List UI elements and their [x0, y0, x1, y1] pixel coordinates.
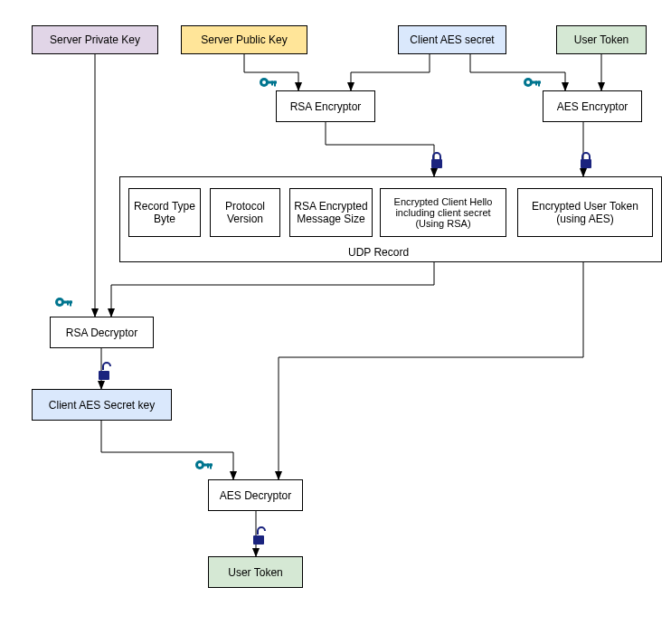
rsa-encrypted-message-size-label: RSA Encrypted Message Size — [294, 200, 368, 225]
encrypted-user-token-box: Encrypted User Token (using AES) — [517, 188, 653, 237]
svg-rect-4 — [271, 81, 273, 86]
svg-rect-19 — [207, 464, 209, 469]
aes-encryptor-box: AES Encryptor — [543, 90, 642, 122]
svg-rect-8 — [538, 81, 540, 87]
encrypted-client-hello-label: Encrypted Client Hello including client … — [384, 196, 502, 229]
svg-rect-22 — [99, 371, 109, 380]
key-icon — [523, 74, 543, 90]
svg-point-6 — [526, 80, 530, 84]
svg-rect-9 — [535, 81, 537, 86]
client-aes-secret-key-box: Client AES Secret key — [32, 389, 172, 421]
svg-point-10 — [55, 298, 64, 307]
svg-rect-23 — [253, 535, 264, 545]
client-aes-secret-key-label: Client AES Secret key — [49, 399, 155, 412]
rsa-encryptor-box: RSA Encryptor — [276, 90, 375, 122]
svg-point-11 — [58, 300, 61, 304]
svg-rect-3 — [274, 81, 276, 87]
client-aes-secret-label: Client AES secret — [410, 33, 494, 46]
rsa-decryptor-label: RSA Decryptor — [66, 327, 137, 339]
svg-rect-17 — [203, 464, 213, 467]
svg-rect-7 — [532, 81, 541, 84]
key-icon — [54, 294, 74, 310]
rsa-encryptor-label: RSA Encryptor — [290, 100, 362, 113]
encrypted-user-token-label: Encrypted User Token (using AES) — [522, 200, 648, 225]
record-type-byte-box: Record Type Byte — [128, 188, 201, 237]
svg-rect-14 — [67, 301, 69, 306]
encrypted-client-hello-box: Encrypted Client Hello including client … — [380, 188, 506, 237]
user-token-output-box: User Token — [208, 556, 303, 588]
key-icon — [259, 74, 279, 90]
protocol-version-label: Protocol Version — [214, 200, 276, 225]
svg-rect-12 — [63, 301, 72, 304]
svg-point-15 — [195, 460, 204, 469]
server-public-key-label: Server Public Key — [201, 33, 287, 46]
lock-open-icon — [96, 362, 112, 382]
user-token-input-label: User Token — [574, 33, 628, 46]
lock-closed-icon — [579, 152, 593, 170]
lock-closed-icon — [430, 152, 444, 170]
lock-open-icon — [250, 526, 267, 546]
server-public-key-box: Server Public Key — [181, 25, 307, 54]
server-private-key-box: Server Private Key — [32, 25, 158, 54]
svg-rect-13 — [70, 301, 71, 307]
svg-point-16 — [198, 463, 202, 467]
svg-rect-20 — [431, 159, 442, 168]
svg-rect-2 — [268, 81, 277, 84]
user-token-input-box: User Token — [556, 25, 647, 54]
server-private-key-label: Server Private Key — [50, 33, 140, 46]
aes-decryptor-box: AES Decryptor — [208, 479, 303, 511]
svg-point-5 — [524, 78, 533, 87]
svg-rect-21 — [581, 159, 591, 168]
user-token-output-label: User Token — [228, 566, 282, 579]
record-type-byte-label: Record Type Byte — [133, 200, 196, 225]
rsa-encrypted-message-size-box: RSA Encrypted Message Size — [289, 188, 373, 237]
protocol-version-box: Protocol Version — [210, 188, 280, 237]
aes-decryptor-label: AES Decryptor — [220, 489, 291, 502]
svg-point-0 — [260, 78, 269, 87]
key-icon — [194, 457, 214, 473]
svg-point-1 — [262, 80, 266, 84]
client-aes-secret-box: Client AES secret — [398, 25, 506, 54]
svg-rect-18 — [210, 464, 212, 469]
udp-record-label: UDP Record — [348, 246, 409, 259]
rsa-decryptor-box: RSA Decryptor — [50, 317, 154, 348]
aes-encryptor-label: AES Encryptor — [557, 100, 628, 113]
